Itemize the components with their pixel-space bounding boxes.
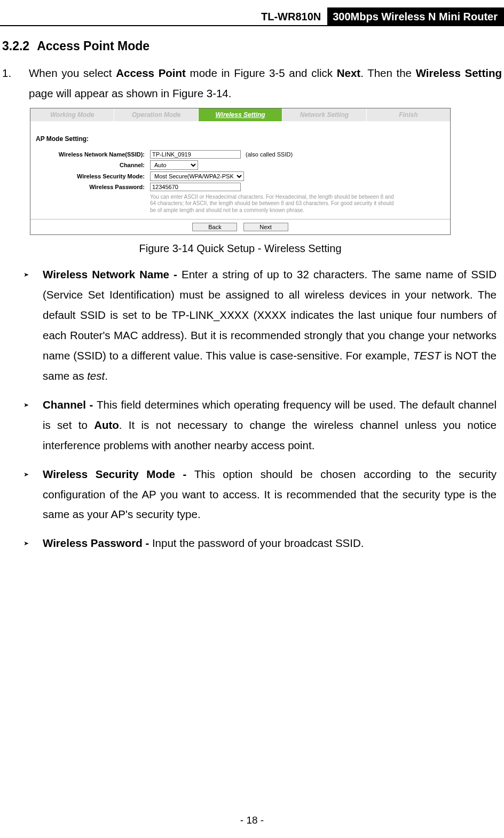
label-security: Wireless Security Mode:	[36, 173, 150, 179]
field-channel: Channel: Auto	[36, 160, 445, 170]
input-password[interactable]	[150, 183, 241, 191]
italic-text: TEST	[413, 349, 440, 362]
wizard-tabs: Working Mode Operation Mode Wireless Set…	[30, 108, 450, 121]
figure-button-row: Back Next	[30, 219, 450, 234]
input-ssid[interactable]	[150, 150, 241, 159]
label-password: Wireless Password:	[36, 184, 150, 190]
label-ssid: Wireless Network Name(SSID):	[36, 151, 150, 158]
bullet-label: Channel -	[43, 398, 97, 411]
back-button[interactable]: Back	[192, 223, 237, 231]
label-channel: Channel:	[36, 162, 150, 168]
bold-text: Auto	[94, 419, 119, 431]
body-text: Input the password of your broadcast SSI…	[152, 537, 364, 549]
bullet-item: Wireless Security Mode - This option sho…	[20, 464, 497, 525]
bullet-item: Wireless Password - Input the password o…	[20, 533, 497, 553]
page-number: - 18 -	[0, 814, 504, 826]
section-number: 3.2.2	[2, 39, 29, 53]
figure-caption: Figure 3-14 Quick Setup - Wireless Setti…	[30, 242, 451, 255]
bullet-label: Wireless Network Name -	[43, 268, 182, 280]
ap-mode-heading: AP Mode Setting:	[36, 135, 445, 143]
step-number: 1.	[2, 63, 11, 83]
screenshot-figure: Working Mode Operation Mode Wireless Set…	[30, 108, 451, 236]
section-heading: 3.2.2Access Point Mode	[2, 39, 502, 53]
tab-working-mode[interactable]: Working Mode	[30, 108, 114, 121]
body-text: Enter a string of up to 32 characters. T…	[43, 268, 497, 362]
italic-text: test	[87, 370, 105, 382]
bullet-item: Channel - This field determines which op…	[20, 395, 497, 456]
description-list: Wireless Network Name - Enter a string o…	[20, 264, 497, 553]
tab-network-setting[interactable]: Network Setting	[282, 108, 366, 121]
tab-wireless-setting[interactable]: Wireless Setting	[199, 108, 282, 121]
page-content: 3.2.2Access Point Mode 1. When you selec…	[0, 39, 504, 553]
tab-finish[interactable]: Finish	[367, 108, 450, 121]
next-button[interactable]: Next	[243, 223, 288, 231]
body-text: .	[105, 370, 108, 382]
select-channel[interactable]: Auto	[150, 160, 198, 170]
step-1: 1. When you select Access Point mode in …	[2, 63, 502, 104]
model-number: TL-WR810N	[257, 7, 325, 25]
field-ssid: Wireless Network Name(SSID): (also calle…	[36, 150, 445, 159]
bullet-item: Wireless Network Name - Enter a string o…	[20, 264, 497, 386]
select-security[interactable]: Most Secure(WPA/WPA2-PSK)	[150, 171, 244, 181]
bullet-label: Wireless Password -	[43, 537, 152, 549]
bullet-label: Wireless Security Mode -	[43, 468, 194, 480]
field-security: Wireless Security Mode: Most Secure(WPA/…	[36, 171, 445, 181]
password-help-text: You can enter ASCII or Hexadecimal chara…	[150, 193, 396, 214]
ssid-note: (also called SSID)	[246, 151, 293, 158]
tab-operation-mode[interactable]: Operation Mode	[114, 108, 198, 121]
page-header: TL-WR810N 300Mbps Wireless N Mini Router	[0, 7, 504, 26]
field-password: Wireless Password:	[36, 183, 445, 191]
figure-container: Working Mode Operation Mode Wireless Set…	[30, 108, 451, 255]
product-name: 300Mbps Wireless N Mini Router	[327, 7, 504, 25]
section-title: Access Point Mode	[37, 39, 149, 53]
